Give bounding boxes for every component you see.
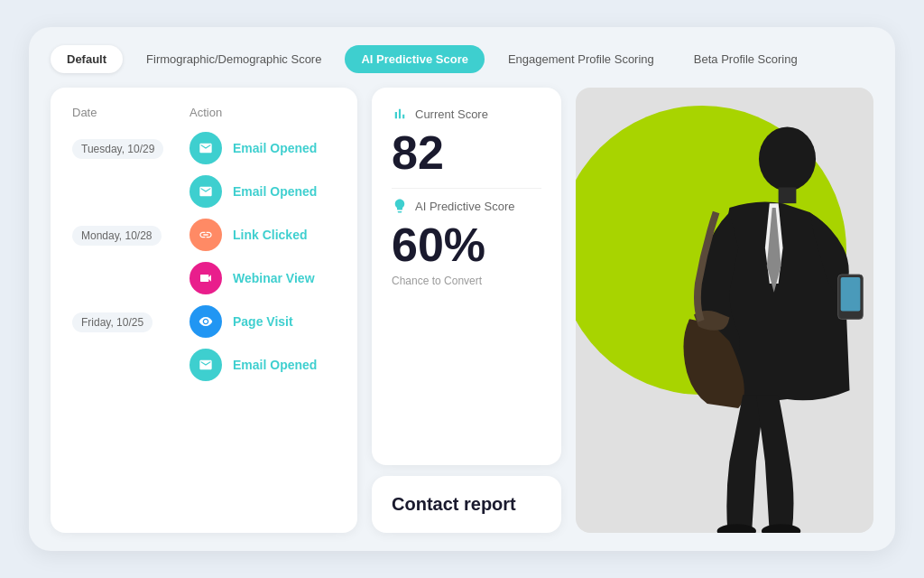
contact-report-label: Contact report (392, 494, 516, 514)
email-icon-1 (189, 132, 222, 164)
activity-row: Monday, 10/28 Link Clicked (72, 219, 336, 251)
tab-ai-predictive[interactable]: AI Predictive Score (345, 45, 485, 73)
svg-rect-3 (841, 277, 861, 311)
tab-engagement[interactable]: Engagement Profile Scoring (492, 45, 670, 73)
activity-label-4: Webinar View (233, 271, 336, 285)
predictive-score-label: AI Predictive Score (415, 200, 515, 213)
predictive-score-value: 60% (392, 219, 541, 271)
activity-row: Friday, 10/25 Page Visit (72, 305, 336, 338)
current-score-value: 82 (392, 127, 541, 179)
activity-label-1: Email Opened (233, 141, 336, 155)
activity-row: Email Opened (72, 349, 336, 381)
link-icon (189, 219, 222, 251)
activity-row: Tuesday, 10/29 Email Opened (72, 132, 336, 164)
activity-label-6: Email Opened (233, 358, 336, 372)
main-content: Date Action Tuesday, 10/29 Email Opened (51, 88, 873, 533)
chance-to-convert: Chance to Convert (392, 275, 541, 287)
score-card: Current Score 82 AI Predictive Score 60%… (372, 88, 561, 465)
activity-label-2: Email Opened (233, 184, 336, 199)
chart-icon (392, 106, 408, 122)
activity-date: Tuesday, 10/29 (72, 140, 189, 156)
col-action-header: Action (189, 106, 336, 119)
contact-report-card[interactable]: Contact report (372, 476, 561, 533)
svg-point-5 (762, 524, 800, 533)
middle-panel: Current Score 82 AI Predictive Score 60%… (372, 88, 561, 533)
image-panel (576, 88, 873, 533)
tab-firmographic[interactable]: Firmographic/Demographic Score (130, 45, 337, 73)
activity-row: Email Opened (72, 175, 336, 208)
tab-bar: Default Firmographic/Demographic Score A… (51, 45, 873, 73)
activity-row: Webinar View (72, 262, 336, 294)
activity-header: Date Action (72, 106, 336, 119)
current-score-label: Current Score (415, 107, 488, 121)
webinar-icon (189, 262, 222, 294)
tab-default[interactable]: Default (51, 45, 123, 73)
activity-date: Friday, 10/25 (72, 313, 189, 330)
current-score-label-row: Current Score (392, 106, 541, 122)
score-divider (392, 188, 541, 189)
main-card: Default Firmographic/Demographic Score A… (29, 27, 895, 551)
activity-panel: Date Action Tuesday, 10/29 Email Opened (51, 88, 357, 533)
bulb-icon (392, 198, 408, 214)
col-date-header: Date (72, 106, 189, 119)
svg-point-0 (759, 126, 816, 191)
activity-date: Monday, 10/28 (72, 227, 189, 243)
email-icon-2 (189, 175, 222, 208)
tab-beta[interactable]: Beta Profile Scoring (678, 45, 814, 73)
person-figure (639, 88, 873, 533)
activity-label-5: Page Visit (233, 314, 336, 329)
activity-label-3: Link Clicked (233, 228, 336, 242)
email-icon-6 (189, 349, 222, 381)
svg-rect-1 (779, 187, 797, 203)
page-icon (189, 305, 222, 338)
predictive-score-label-row: AI Predictive Score (392, 198, 541, 214)
